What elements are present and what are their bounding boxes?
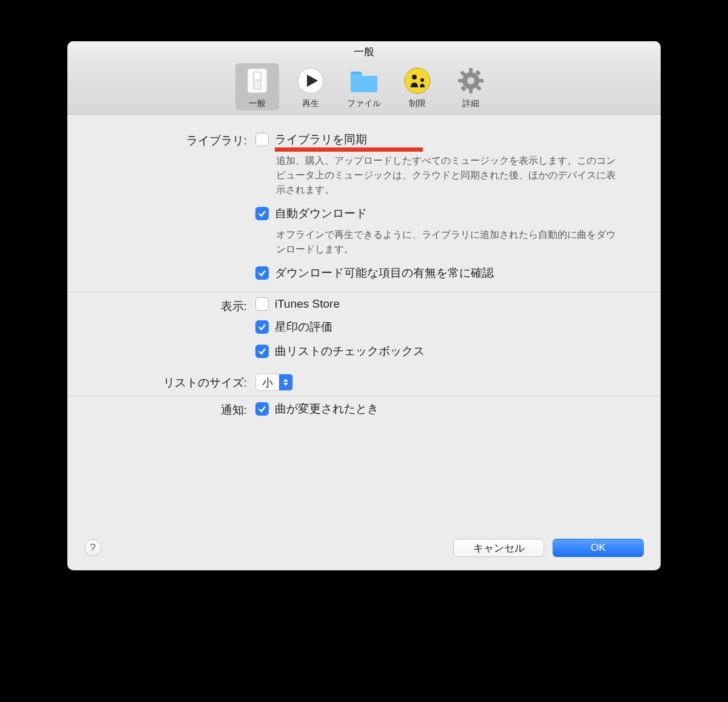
display-label: 表示:	[110, 297, 255, 314]
itunes-store-checkbox[interactable]	[255, 297, 269, 311]
play-icon	[295, 66, 326, 96]
preferences-toolbar: 一般 再生 ファイル	[67, 59, 661, 115]
parental-icon	[402, 66, 433, 96]
check-downloads-checkbox[interactable]	[255, 266, 269, 280]
listsize-row: リストのサイズ: 小	[110, 369, 618, 396]
footer: ? キャンセル OK	[67, 528, 661, 570]
list-checkbox-label: 曲リストのチェックボックス	[275, 343, 425, 359]
preferences-window: 一般 一般 再生	[67, 41, 661, 570]
tab-advanced-label: 詳細	[450, 98, 491, 109]
star-rating-label: 星印の評価	[275, 319, 332, 335]
svg-point-6	[412, 75, 417, 79]
svg-rect-2	[254, 72, 261, 80]
cancel-button[interactable]: キャンセル	[453, 539, 544, 557]
svg-rect-12	[479, 79, 484, 83]
tab-general-label: 一般	[237, 98, 278, 109]
svg-point-7	[420, 78, 424, 82]
svg-rect-11	[458, 79, 463, 83]
tab-advanced[interactable]: 詳細	[449, 63, 493, 110]
tab-playback-label: 再生	[290, 98, 331, 109]
tab-restrictions-label: 制限	[397, 98, 438, 109]
library-label: ライブラリ:	[110, 132, 255, 149]
ok-button[interactable]: OK	[553, 539, 644, 557]
song-changed-checkbox[interactable]	[255, 402, 269, 416]
preferences-content: ライブラリ: ライブラリを同期 追加、購入、アップロードしたすべてのミュージック…	[67, 115, 661, 430]
display-row: 表示: iTunes Store 星印の評価	[110, 292, 618, 369]
svg-point-17	[467, 77, 474, 84]
sync-library-checkbox[interactable]	[255, 133, 269, 146]
tab-general[interactable]: 一般	[235, 63, 279, 110]
itunes-store-label: iTunes Store	[275, 297, 340, 311]
svg-rect-9	[469, 68, 473, 73]
list-checkbox-checkbox[interactable]	[255, 345, 269, 358]
gear-icon	[456, 66, 486, 96]
ok-button-label: OK	[591, 542, 606, 554]
window-title: 一般	[67, 41, 661, 59]
cancel-button-label: キャンセル	[473, 541, 525, 555]
listsize-value: 小	[256, 374, 279, 390]
library-row: ライブラリ: ライブラリを同期 追加、購入、アップロードしたすべてのミュージック…	[110, 127, 618, 292]
notify-label: 通知:	[110, 401, 255, 418]
auto-download-desc: オフラインで再生できるように、ライブラリに追加されたら自動的に曲をダウンロードし…	[255, 224, 618, 265]
svg-rect-10	[469, 89, 473, 93]
song-changed-label: 曲が変更されたとき	[275, 401, 379, 417]
svg-point-5	[405, 68, 430, 93]
check-downloads-label: ダウンロード可能な項目の有無を常に確認	[275, 265, 494, 281]
tab-playback[interactable]: 再生	[289, 63, 332, 110]
folder-icon	[349, 66, 379, 96]
tab-files-label: ファイル	[343, 98, 385, 109]
sync-library-label: ライブラリを同期	[275, 133, 367, 146]
listsize-label: リストのサイズ:	[110, 374, 255, 391]
switch-icon	[242, 66, 272, 96]
tab-files[interactable]: ファイル	[342, 63, 386, 110]
help-button[interactable]: ?	[84, 539, 101, 556]
star-rating-checkbox[interactable]	[255, 320, 269, 334]
tab-restrictions[interactable]: 制限	[396, 63, 439, 110]
auto-download-label: 自動ダウンロード	[275, 206, 367, 221]
stepper-arrows-icon	[279, 374, 292, 390]
auto-download-checkbox[interactable]	[255, 207, 269, 220]
sync-library-desc: 追加、購入、アップロードしたすべてのミュージックを表示します。このコンピュータ上…	[255, 150, 618, 206]
notify-row: 通知: 曲が変更されたとき	[110, 396, 618, 424]
listsize-select[interactable]: 小	[255, 374, 293, 391]
